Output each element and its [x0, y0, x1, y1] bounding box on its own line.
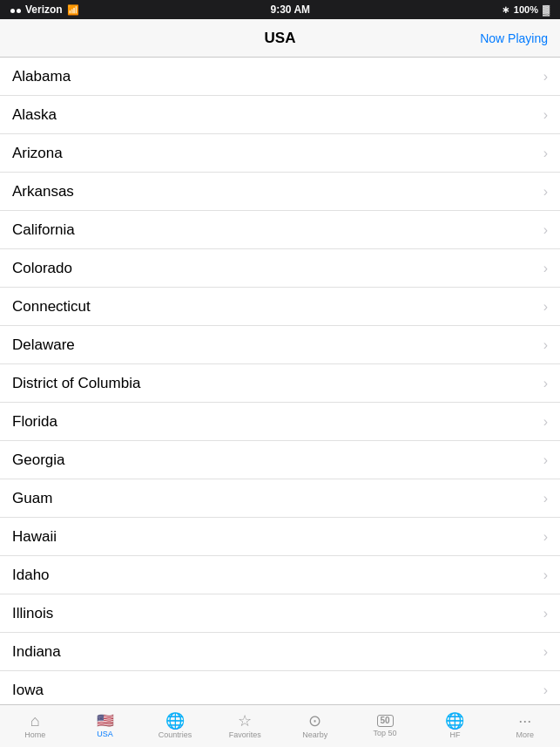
list-item[interactable]: District of Columbia › [0, 364, 560, 403]
tab-icon-top 50: 50 [377, 715, 394, 727]
tab-icon-favorites: ☆ [238, 713, 252, 729]
chevron-icon: › [543, 644, 548, 660]
chevron-icon: › [543, 337, 548, 353]
chevron-icon: › [543, 567, 548, 583]
chevron-icon: › [543, 529, 548, 545]
state-label: District of Columbia [12, 375, 140, 392]
state-label: Georgia [12, 452, 64, 469]
tab-label-top 50: Top 50 [374, 729, 397, 737]
status-right: ∗ 100% ▓ [502, 4, 550, 16]
list-item[interactable]: Illinois › [0, 594, 560, 633]
state-label: Florida [12, 413, 57, 431]
state-label: Delaware [12, 336, 75, 354]
state-label: Alaska [12, 106, 57, 124]
state-label: Arkansas [12, 183, 74, 200]
chevron-icon: › [543, 69, 548, 85]
state-label: Indiana [12, 643, 61, 661]
tab-label-hf: HF [449, 730, 460, 739]
list-item[interactable]: Guam › [0, 479, 560, 518]
state-label: Colorado [12, 260, 72, 277]
chevron-icon: › [543, 606, 548, 621]
bluetooth-icon: ∗ [502, 4, 509, 16]
state-label: Idaho [12, 567, 50, 584]
tab-icon-hf: 🌐 [445, 713, 464, 729]
battery-label: 100% [514, 4, 538, 15]
chevron-icon: › [543, 107, 548, 123]
state-label: Alabama [12, 68, 71, 85]
chevron-icon: › [543, 261, 548, 276]
chevron-icon: › [543, 222, 548, 238]
list-item[interactable]: Delaware › [0, 326, 560, 364]
wifi-icon: 📶 [67, 4, 79, 16]
nav-title: USA [265, 30, 296, 47]
tab-home[interactable]: ⌂Home [0, 705, 70, 747]
chevron-icon: › [543, 184, 548, 200]
list-item[interactable]: Colorado › [0, 249, 560, 288]
list-item[interactable]: Idaho › [0, 556, 560, 594]
list-item[interactable]: Alaska › [0, 96, 560, 134]
state-label: Connecticut [12, 298, 91, 316]
tab-favorites[interactable]: ☆Favorites [210, 705, 280, 747]
tab-more[interactable]: ···More [490, 705, 560, 747]
tab-icon-home: ⌂ [30, 713, 40, 729]
list-item[interactable]: Indiana › [0, 633, 560, 671]
list-item[interactable]: Iowa › [0, 671, 560, 704]
signal-dots [10, 3, 21, 16]
nav-bar: USA Now Playing [0, 19, 560, 58]
tab-label-favorites: Favorites [229, 730, 261, 739]
tab-label-countries: Countries [159, 730, 192, 739]
tab-countries[interactable]: 🌐Countries [140, 705, 210, 747]
state-label: California [12, 221, 75, 239]
state-label: Hawaii [12, 528, 57, 546]
tab-hf[interactable]: 🌐HF [420, 705, 489, 747]
tab-top-50[interactable]: 50Top 50 [350, 705, 420, 747]
status-left: Verizon 📶 [10, 3, 79, 16]
state-label: Arizona [12, 145, 63, 162]
list-item[interactable]: Arkansas › [0, 173, 560, 211]
tab-label-home: Home [24, 730, 45, 739]
chevron-icon: › [543, 682, 548, 698]
state-label: Illinois [12, 605, 53, 622]
list-item[interactable]: Alabama › [0, 58, 560, 96]
list-item[interactable]: California › [0, 211, 560, 249]
tab-label-usa: USA [97, 730, 113, 738]
chevron-icon: › [543, 452, 548, 468]
tab-nearby[interactable]: ⊙Nearby [280, 705, 350, 747]
chevron-icon: › [543, 414, 548, 430]
tab-label-nearby: Nearby [302, 730, 327, 739]
now-playing-button[interactable]: Now Playing [480, 31, 548, 45]
chevron-icon: › [543, 146, 548, 161]
status-time: 9:30 AM [270, 3, 310, 16]
list-item[interactable]: Connecticut › [0, 288, 560, 326]
carrier-label: Verizon [25, 3, 63, 16]
list-item[interactable]: Arizona › [0, 134, 560, 173]
tab-label-more: More [516, 730, 535, 739]
list-item[interactable]: Hawaii › [0, 518, 560, 556]
states-list: Alabama › Alaska › Arizona › Arkansas › … [0, 58, 560, 704]
battery-icon: ▓ [543, 4, 550, 15]
list-item[interactable]: Georgia › [0, 441, 560, 479]
tab-usa[interactable]: 🇺🇸USA [70, 705, 139, 747]
tab-icon-countries: 🌐 [165, 713, 185, 729]
tab-icon-nearby: ⊙ [308, 713, 321, 729]
tab-icon-usa: 🇺🇸 [97, 714, 114, 728]
list-item[interactable]: Florida › [0, 403, 560, 441]
chevron-icon: › [543, 299, 548, 315]
state-label: Iowa [12, 682, 44, 699]
chevron-icon: › [543, 491, 548, 506]
chevron-icon: › [543, 376, 548, 391]
state-label: Guam [12, 490, 52, 507]
tab-bar: ⌂Home🇺🇸USA🌐Countries☆Favorites⊙Nearby50T… [0, 704, 560, 747]
tab-icon-more: ··· [518, 713, 531, 729]
status-bar: Verizon 📶 9:30 AM ∗ 100% ▓ [0, 0, 560, 19]
